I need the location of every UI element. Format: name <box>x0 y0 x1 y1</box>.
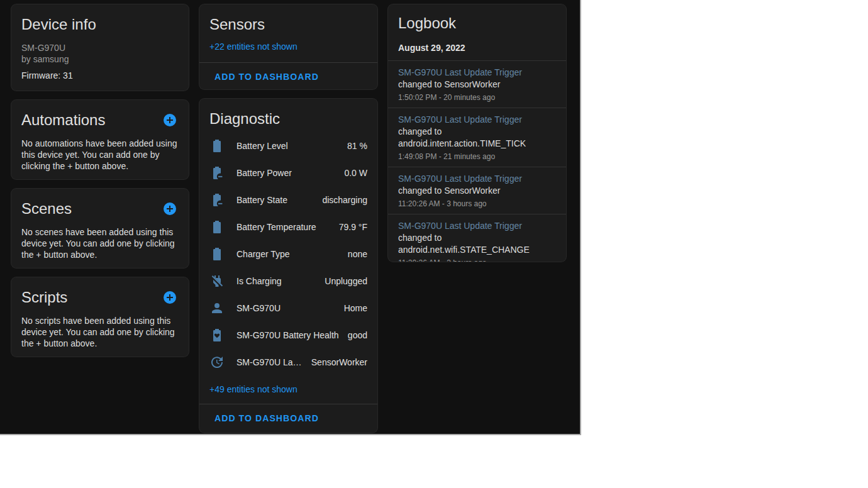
entity-row[interactable]: Battery Level 81 % <box>199 132 377 159</box>
plus-circle-icon[interactable] <box>162 201 177 216</box>
entity-row[interactable]: Charger Type none <box>199 240 377 267</box>
account-icon <box>209 301 225 316</box>
logbook-entity-link[interactable]: SM-G970U Last Update Trigger <box>398 221 522 231</box>
battery-minus-icon <box>209 165 225 180</box>
power-plug-off-icon <box>209 274 225 289</box>
sensors-card: Sensors +22 entities not shown ADD TO DA… <box>199 4 378 90</box>
entity-value: SensorWorker <box>305 357 367 367</box>
sensors-entities-not-shown-link[interactable]: +22 entities not shown <box>209 42 298 52</box>
empty-state-text: No automations have been added using thi… <box>21 138 179 172</box>
entity-row[interactable]: SM-G970U Last Upd… SensorWorker <box>199 348 377 375</box>
action-card-title: Automations <box>21 111 105 129</box>
entity-row[interactable]: SM-G970U Home <box>199 294 377 321</box>
logbook-entry-text: SM-G970U Last Update Trigger changed to … <box>398 67 556 91</box>
device-firmware: Firmware: 31 <box>21 70 179 80</box>
action-card-title: Scripts <box>21 289 67 306</box>
entity-value: Home <box>338 303 367 313</box>
battery-icon <box>209 219 225 235</box>
entity-value: 81 % <box>341 141 367 151</box>
plus-circle-icon[interactable] <box>162 290 177 305</box>
left-column: Device info SM-G970U by samsung Firmware… <box>11 4 189 365</box>
entity-value: 0.0 W <box>338 168 367 178</box>
logbook-entry-time: 1:50:02 PM - 20 minutes ago <box>398 92 556 103</box>
action-card-header: Scripts <box>21 289 179 306</box>
battery-heart-icon <box>209 328 225 343</box>
entity-value: discharging <box>316 195 367 205</box>
entity-row[interactable]: Battery State discharging <box>199 186 377 213</box>
plus-circle-icon[interactable] <box>162 113 177 128</box>
diagnostic-footer: ADD TO DASHBOARD <box>199 404 377 432</box>
entity-value: none <box>342 249 367 259</box>
device-page: Device info SM-G970U by samsung Firmware… <box>0 0 581 435</box>
entity-name: SM-G970U <box>236 303 281 313</box>
logbook-entry-time: 11:20:26 AM - 3 hours ago <box>398 258 556 262</box>
entity-value: good <box>342 330 367 340</box>
entity-row[interactable]: Is Charging Unplugged <box>199 267 377 294</box>
entity-value: Unplugged <box>318 276 367 286</box>
action-card-title: Scenes <box>21 200 72 218</box>
diagnostic-add-to-dashboard-button[interactable]: ADD TO DASHBOARD <box>199 404 324 432</box>
logbook-entry-time: 1:49:08 PM - 21 minutes ago <box>398 152 556 162</box>
entity-row[interactable]: Battery Temperature 79.9 °F <box>199 213 377 240</box>
action-card-header: Automations <box>21 111 179 129</box>
device-model: SM-G970U <box>21 42 179 53</box>
diagnostic-card: Diagnostic Battery Level 81 % Battery Po… <box>199 98 378 433</box>
right-column: Logbook August 29, 2022 SM-G970U Last Up… <box>387 4 567 270</box>
battery-icon <box>209 138 225 153</box>
logbook-title: Logbook <box>398 14 556 32</box>
entity-name: Battery Power <box>236 168 292 178</box>
sensors-footer: ADD TO DASHBOARD <box>199 62 377 90</box>
diagnostic-entity-list: Battery Level 81 % Battery Power 0.0 W B… <box>199 132 377 375</box>
logbook-entry-action: changed to android.net.wifi.STATE_CHANGE <box>398 233 530 255</box>
sensors-add-to-dashboard-button[interactable]: ADD TO DASHBOARD <box>199 63 324 90</box>
battery-minus-icon <box>209 192 225 208</box>
logbook-entry: SM-G970U Last Update Trigger changed to … <box>388 167 566 214</box>
logbook-entity-link[interactable]: SM-G970U Last Update Trigger <box>398 114 522 125</box>
entity-value: 79.9 °F <box>333 222 367 232</box>
entity-name: Is Charging <box>236 276 282 286</box>
sensors-title: Sensors <box>209 16 367 33</box>
entity-name: Battery State <box>236 195 287 205</box>
entity-name: SM-G970U Battery Health <box>236 330 339 340</box>
entity-name: Charger Type <box>236 249 290 259</box>
entity-name: SM-G970U Last Upd… <box>236 357 305 367</box>
logbook-entry-action: changed to SensorWorker <box>398 186 500 196</box>
logbook-card: Logbook August 29, 2022 SM-G970U Last Up… <box>387 4 567 262</box>
action-card: Automations No automations have been add… <box>11 99 189 180</box>
device-info-card: Device info SM-G970U by samsung Firmware… <box>11 4 189 91</box>
logbook-entry: SM-G970U Last Update Trigger changed to … <box>388 214 566 262</box>
update-icon <box>209 355 225 370</box>
diagnostic-title: Diagnostic <box>209 110 367 128</box>
logbook-entry-action: changed to android.intent.action.TIME_TI… <box>398 126 526 148</box>
logbook-entry-text: SM-G970U Last Update Trigger changed to … <box>398 220 556 256</box>
action-card: Scripts No scripts have been added using… <box>11 277 189 357</box>
logbook-entity-link[interactable]: SM-G970U Last Update Trigger <box>398 174 522 184</box>
middle-column: Sensors +22 entities not shown ADD TO DA… <box>199 4 378 435</box>
logbook-date-header: August 29, 2022 <box>398 43 556 53</box>
logbook-entry-text: SM-G970U Last Update Trigger changed to … <box>398 173 556 197</box>
logbook-entry: SM-G970U Last Update Trigger changed to … <box>388 108 566 167</box>
action-card: Scenes No scenes have been added using t… <box>11 188 189 269</box>
entity-name: Battery Temperature <box>236 222 316 232</box>
battery-icon <box>209 247 225 262</box>
entity-row[interactable]: SM-G970U Battery Health good <box>199 321 377 348</box>
device-manufacturer: by samsung <box>21 53 179 65</box>
empty-state-text: No scenes have been added using this dev… <box>21 226 179 260</box>
action-card-header: Scenes <box>21 200 179 218</box>
logbook-entry: SM-G970U Last Update Trigger changed to … <box>388 60 566 108</box>
logbook-entry-text: SM-G970U Last Update Trigger changed to … <box>398 114 556 150</box>
logbook-entry-list: SM-G970U Last Update Trigger changed to … <box>388 60 566 262</box>
logbook-entry-time: 11:20:26 AM - 3 hours ago <box>398 199 556 209</box>
logbook-entity-link[interactable]: SM-G970U Last Update Trigger <box>398 67 522 77</box>
empty-state-text: No scripts have been added using this de… <box>21 315 179 349</box>
logbook-entry-action: changed to SensorWorker <box>398 79 500 89</box>
device-info-title: Device info <box>21 16 179 33</box>
diagnostic-entities-not-shown-link[interactable]: +49 entities not shown <box>209 384 298 394</box>
entity-name: Battery Level <box>236 141 288 151</box>
entity-row[interactable]: Battery Power 0.0 W <box>199 159 377 186</box>
